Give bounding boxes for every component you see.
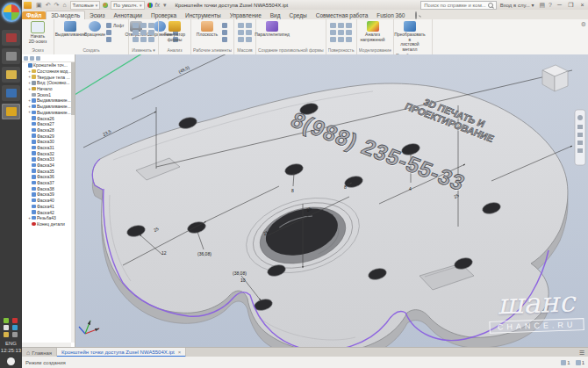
help-search-box[interactable]: Поиск по справке и ком... bbox=[420, 1, 497, 10]
ribbon-tab-Файл[interactable]: Файл bbox=[22, 11, 46, 19]
ribbon-small-button[interactable] bbox=[330, 37, 336, 42]
tray-icon[interactable] bbox=[12, 325, 18, 330]
browser-item-Твердые-тела-[interactable]: +Твердые тела ... bbox=[22, 74, 71, 80]
ribbon-small-button[interactable] bbox=[148, 30, 154, 35]
ribbon-button-Генератор[interactable]: Генератор формы bbox=[161, 20, 189, 43]
browser-item-Фаска42[interactable]: Фаска42 bbox=[22, 209, 71, 215]
ribbon-tab-Инструменты[interactable]: Инструменты bbox=[181, 11, 226, 19]
clock[interactable]: 12:25:13 bbox=[1, 347, 21, 354]
ribbon-small-button[interactable] bbox=[222, 22, 229, 29]
browser-item-Фаска35[interactable]: Фаска35 bbox=[22, 168, 71, 174]
ribbon-small-button[interactable] bbox=[133, 30, 139, 35]
ribbon-small-button[interactable] bbox=[338, 30, 344, 35]
browser-item-Фаска37[interactable]: Фаска37 bbox=[22, 180, 71, 186]
save-icon[interactable]: ▣ bbox=[36, 1, 42, 9]
browser-menu-icon[interactable] bbox=[24, 56, 28, 61]
browser-search-icon[interactable] bbox=[36, 56, 40, 61]
browser-item-Фаска41[interactable]: Фаска41 bbox=[22, 204, 71, 210]
start-button-icon[interactable] bbox=[2, 3, 21, 22]
ribbon-small-button[interactable] bbox=[148, 37, 154, 42]
ribbon-small-button[interactable] bbox=[238, 37, 244, 42]
ribbon-small-button[interactable] bbox=[346, 30, 352, 35]
ribbon-tab-Fusion 360[interactable]: Fusion 360 bbox=[372, 11, 409, 19]
browser-vertical-scrollbar[interactable] bbox=[71, 62, 75, 343]
tray-icon[interactable] bbox=[4, 325, 9, 330]
browser-item-Фаска27[interactable]: Фаска27 bbox=[22, 121, 71, 127]
ribbon-button-Параллелепипед[interactable]: Параллелепипед bbox=[258, 20, 286, 39]
ribbon-small-button[interactable] bbox=[148, 23, 154, 28]
ribbon-group-label[interactable]: Анализ bbox=[161, 47, 189, 54]
appearance-icon[interactable] bbox=[103, 3, 108, 8]
cart-icon[interactable]: ▤ bbox=[539, 1, 545, 9]
ribbon-tab-Проверка[interactable]: Проверка bbox=[147, 11, 181, 19]
ribbon-button-Начать[interactable]: Начать 2D-эскиз bbox=[24, 20, 52, 45]
navigation-bar[interactable] bbox=[575, 110, 585, 165]
ribbon-group-label[interactable]: Моделирование bbox=[359, 47, 391, 54]
ribbon-small-button-Лофт[interactable]: Лофт bbox=[106, 22, 124, 29]
ribbon-small-button[interactable] bbox=[246, 30, 252, 35]
ribbon-small-button[interactable] bbox=[346, 23, 352, 28]
ribbon-tab-Аннотации[interactable]: Аннотации bbox=[109, 11, 147, 19]
ribbon-small-button[interactable] bbox=[330, 30, 336, 35]
ribbon-small-button[interactable] bbox=[238, 23, 244, 28]
ribbon-group-label[interactable]: Эскиз bbox=[24, 47, 52, 54]
browser-item-Фаска36[interactable]: Фаска36 bbox=[22, 174, 71, 180]
undo-icon[interactable]: ↶ bbox=[46, 1, 51, 9]
ribbon-small-button[interactable] bbox=[338, 23, 344, 28]
browser-item-Начало[interactable]: +Начало bbox=[22, 86, 71, 92]
ribbon-small-button[interactable] bbox=[140, 23, 147, 28]
taskbar-app-inventor[interactable] bbox=[2, 104, 20, 119]
qat-more-icon[interactable]: ▾ bbox=[163, 1, 167, 9]
browser-item-Фаска26[interactable]: Фаска26 bbox=[22, 115, 71, 121]
language-indicator[interactable]: ENG bbox=[5, 340, 17, 347]
ribbon-tab-Управление[interactable]: Управление bbox=[226, 11, 266, 19]
ribbon-search-icon[interactable] bbox=[409, 11, 421, 19]
ribbon-small-button[interactable] bbox=[330, 23, 336, 28]
material-dropdown[interactable]: По умолч. ▾ bbox=[111, 1, 144, 10]
browser-item-Вид-Основно-[interactable]: +Вид: [Основно... bbox=[22, 80, 71, 86]
close-button[interactable]: × bbox=[577, 1, 588, 9]
color-swatch-icon[interactable] bbox=[147, 3, 153, 8]
browser-item-Выдавливание-[interactable]: +Выдавливание... bbox=[22, 104, 71, 110]
ribbon-group-label[interactable]: Поверхность bbox=[328, 47, 355, 54]
ribbon-group-label[interactable]: Создание произвольной формы bbox=[258, 47, 324, 54]
tray-icon[interactable] bbox=[12, 318, 18, 323]
parameters-fx-icon[interactable]: fx bbox=[155, 1, 160, 9]
ribbon-button-Выдавливание[interactable]: Выдавливание bbox=[56, 20, 84, 39]
ribbon-small-button[interactable] bbox=[133, 23, 139, 28]
ribbon-tab-3D-модель[interactable]: 3D-модель bbox=[46, 11, 85, 19]
minimize-button[interactable]: ─ bbox=[554, 1, 565, 9]
browser-item-Фаска29[interactable]: Фаска29 bbox=[22, 133, 71, 139]
browser-item-Фаска38[interactable]: Фаска38 bbox=[22, 185, 71, 191]
browser-item-Выдавливание-[interactable]: +Выдавливание... bbox=[22, 97, 71, 104]
ribbon-group-label[interactable]: Изменить ▾ bbox=[131, 47, 156, 54]
browser-item-Состояния-мод-[interactable]: +Состояния мод... bbox=[22, 69, 71, 75]
browser-item-Резьба43[interactable]: +Резьба43 bbox=[22, 215, 71, 221]
taskbar-app-folder[interactable] bbox=[2, 67, 20, 83]
browser-item-Фаска34[interactable]: Фаска34 bbox=[22, 162, 71, 169]
ribbon-tab-Эскиз[interactable]: Эскиз bbox=[85, 11, 109, 19]
inventor-logo-icon[interactable] bbox=[24, 2, 32, 9]
browser-item-Конец-детали[interactable]: Конец детали bbox=[22, 221, 71, 227]
ribbon-small-button[interactable] bbox=[246, 37, 252, 42]
home-view-icon[interactable]: ⌂ bbox=[62, 1, 66, 9]
browser-item-Фаска40[interactable]: Фаска40 bbox=[22, 198, 71, 204]
gear-icon[interactable]: ⚙ bbox=[581, 21, 586, 28]
ribbon-tab-Совместная работа[interactable]: Совместная работа bbox=[312, 11, 372, 19]
ribbon-small-button[interactable] bbox=[140, 37, 147, 42]
ribbon-small-button[interactable] bbox=[222, 29, 229, 36]
ribbon-group-label[interactable]: Массив bbox=[236, 47, 254, 54]
browser-item-Фаска33[interactable]: Фаска33 bbox=[22, 156, 71, 162]
tray-icon[interactable] bbox=[4, 318, 9, 323]
ribbon-small-button[interactable] bbox=[133, 37, 139, 42]
ribbon-small-button[interactable] bbox=[338, 37, 344, 42]
ribbon-small-button[interactable] bbox=[238, 30, 244, 35]
tray-icon[interactable] bbox=[4, 332, 9, 337]
style-dropdown[interactable]: Типовые ▾ bbox=[70, 1, 101, 10]
sign-in-link[interactable]: Вход в слу... ▾ bbox=[500, 2, 534, 8]
redo-icon[interactable]: ↷ bbox=[54, 1, 60, 9]
ribbon-button-Плоскость[interactable]: Плоскость bbox=[193, 20, 221, 39]
view-cube[interactable] bbox=[542, 65, 568, 91]
browser-filter-icon[interactable] bbox=[30, 56, 34, 61]
taskbar-app-blue[interactable] bbox=[2, 85, 20, 101]
